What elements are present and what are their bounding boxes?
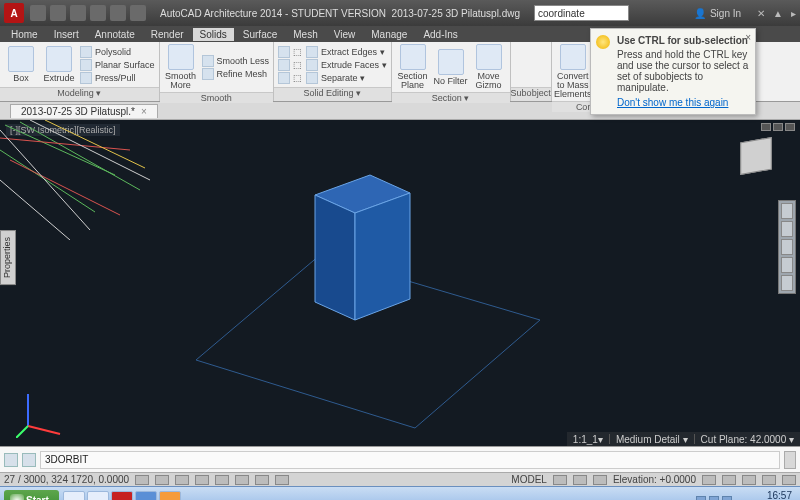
tray-icon[interactable] — [722, 496, 732, 501]
start-button[interactable]: Start — [4, 490, 59, 501]
taskbar-app-folder-icon[interactable] — [87, 491, 109, 501]
qat-new-icon[interactable] — [30, 5, 46, 21]
detail-level-dropdown[interactable]: Medium Detail ▾ — [616, 434, 688, 445]
tooltip-dismiss-link[interactable]: Don't show me this again — [617, 97, 728, 108]
hardware-accel-icon[interactable] — [742, 475, 756, 485]
grid-toggle-icon[interactable] — [155, 475, 169, 485]
app-logo-icon[interactable]: A — [4, 3, 24, 23]
refine-mesh-icon — [202, 68, 214, 80]
move-gizmo-button[interactable]: Move Gizmo — [472, 44, 506, 90]
ribbon-panel-title[interactable]: Solid Editing ▾ — [274, 87, 391, 101]
taskbar-app-imageviewer-icon[interactable] — [135, 491, 157, 501]
tray-icon[interactable] — [696, 496, 706, 501]
svg-line-14 — [28, 426, 60, 434]
planar-surface-button[interactable]: Planar Surface — [80, 59, 155, 71]
menu-solids[interactable]: Solids — [193, 28, 234, 41]
layout-icon[interactable] — [553, 475, 567, 485]
menu-home[interactable]: Home — [4, 28, 45, 41]
section-plane-button[interactable]: Section Plane — [396, 44, 430, 90]
solid-edit-item[interactable]: Extrude Faces ▾ — [306, 59, 387, 71]
lock-ui-icon[interactable] — [722, 475, 736, 485]
cut-plane-display[interactable]: Cut Plane: 42.0000 ▾ — [701, 434, 794, 445]
exchange-icon[interactable]: ✕ — [757, 8, 765, 19]
scale-dropdown[interactable]: 1:1_1▾ — [573, 434, 603, 445]
menu-add-ins[interactable]: Add-Ins — [416, 28, 464, 41]
tooltip-close-icon[interactable]: × — [745, 32, 751, 43]
qat-print-icon[interactable] — [130, 5, 146, 21]
ribbon-panel-title[interactable]: Subobject — [511, 87, 551, 101]
viewport-close-icon[interactable] — [785, 123, 795, 131]
file-tab-close-icon[interactable]: × — [141, 106, 147, 117]
taskbar-clock[interactable]: 16:57 25.07.2013 — [742, 490, 796, 501]
menu-mesh[interactable]: Mesh — [286, 28, 324, 41]
tooltip-body: Press and hold the CTRL key and use the … — [617, 49, 749, 93]
command-history-icon[interactable] — [4, 453, 18, 467]
no-filter-button[interactable]: No Filter — [434, 49, 468, 86]
solid-edit-item[interactable]: ⬚ — [278, 59, 302, 71]
nav-showmotion-icon[interactable] — [781, 275, 793, 291]
menu-surface[interactable]: Surface — [236, 28, 284, 41]
qat-open-icon[interactable] — [50, 5, 66, 21]
qat-redo-icon[interactable] — [110, 5, 126, 21]
isolate-icon[interactable] — [762, 475, 776, 485]
solid-box-object[interactable] — [295, 165, 425, 325]
ribbon-panel-title[interactable]: Modeling ▾ — [0, 87, 159, 101]
otrack-toggle-icon[interactable] — [235, 475, 249, 485]
menu-annotate[interactable]: Annotate — [88, 28, 142, 41]
solid-edit-item[interactable]: ⬚ — [278, 46, 302, 58]
quickview-icon[interactable] — [573, 475, 587, 485]
qat-undo-icon[interactable] — [90, 5, 106, 21]
refine-mesh-button[interactable]: Refine Mesh — [202, 68, 270, 80]
help-search-input[interactable] — [534, 5, 629, 21]
drawing-viewport[interactable]: [-][SW Isometric][Realistic] Properties — [0, 120, 800, 446]
command-prompt-icon[interactable] — [22, 453, 36, 467]
file-tab[interactable]: 2013-07-25 3D Pilatuspl.* × — [10, 104, 158, 118]
menu-view[interactable]: View — [327, 28, 363, 41]
solid-edit-item[interactable]: ⬚ — [278, 72, 302, 84]
command-line-area: 3DORBIT — [0, 446, 800, 472]
convert-to-mass-elements-button[interactable]: Convert to Mass Elements — [556, 44, 590, 99]
polar-toggle-icon[interactable] — [195, 475, 209, 485]
nav-orbit-icon[interactable] — [781, 257, 793, 273]
menu-manage[interactable]: Manage — [364, 28, 414, 41]
view-cube[interactable] — [730, 130, 782, 182]
help-icon[interactable]: ▲ — [773, 8, 783, 19]
solid-edit-item[interactable]: Separate ▾ — [306, 72, 387, 84]
annoscale-icon[interactable] — [593, 475, 607, 485]
menu-render[interactable]: Render — [144, 28, 191, 41]
sign-in-button[interactable]: 👤 Sign In — [694, 8, 741, 19]
nav-zoom-icon[interactable] — [781, 239, 793, 255]
properties-palette-tab[interactable]: Properties — [0, 230, 16, 285]
press-pull-button[interactable]: Press/Pull — [80, 72, 155, 84]
clean-screen-icon[interactable] — [782, 475, 796, 485]
ortho-toggle-icon[interactable] — [175, 475, 189, 485]
snap-toggle-icon[interactable] — [135, 475, 149, 485]
view-cube-face[interactable] — [740, 137, 772, 175]
dyn-toggle-icon[interactable] — [255, 475, 269, 485]
osnap-toggle-icon[interactable] — [215, 475, 229, 485]
more-icon[interactable]: ▸ — [791, 8, 796, 19]
solid-edit-item[interactable]: Extract Edges ▾ — [306, 46, 387, 58]
lwt-toggle-icon[interactable] — [275, 475, 289, 485]
taskbar-app-firefox-icon[interactable] — [159, 491, 181, 501]
file-tab-label: 2013-07-25 3D Pilatuspl.* — [21, 106, 135, 117]
model-space-button[interactable]: MODEL — [511, 474, 547, 485]
tray-icon[interactable] — [709, 496, 719, 501]
smooth-less-button[interactable]: Smooth Less — [202, 55, 270, 67]
qat-save-icon[interactable] — [70, 5, 86, 21]
command-scroll-up-icon[interactable] — [784, 451, 796, 469]
ribbon-panel-title[interactable]: Smooth — [160, 92, 274, 103]
extrude-button[interactable]: Extrude — [42, 46, 76, 83]
nav-wheel-icon[interactable] — [781, 203, 793, 219]
command-input[interactable]: 3DORBIT — [40, 451, 780, 469]
box-button[interactable]: Box — [4, 46, 38, 83]
workspace-icon[interactable] — [702, 475, 716, 485]
menu-insert[interactable]: Insert — [47, 28, 86, 41]
taskbar-app-explorer-icon[interactable] — [63, 491, 85, 501]
ribbon-panel-title[interactable]: Section ▾ — [392, 92, 510, 103]
smooth-more-button[interactable]: Smooth More — [164, 44, 198, 90]
nav-pan-icon[interactable] — [781, 221, 793, 237]
taskbar-app-autocad-icon[interactable] — [111, 491, 133, 501]
polysolid-button[interactable]: Polysolid — [80, 46, 155, 58]
system-tray[interactable] — [696, 496, 732, 501]
